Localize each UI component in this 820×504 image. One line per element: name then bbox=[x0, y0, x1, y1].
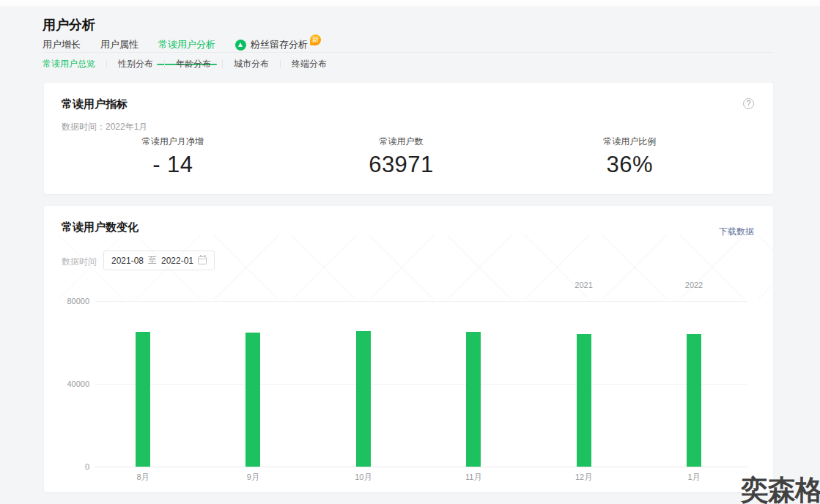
tab-label: 用户属性 bbox=[100, 38, 138, 51]
sub-tabs: 常读用户总览性别分布年龄分布城市分布终端分布 bbox=[43, 58, 327, 70]
subtab-divider bbox=[280, 60, 281, 68]
tab-2[interactable]: 常读用户分析 bbox=[158, 38, 215, 53]
subtab-divider bbox=[222, 60, 223, 68]
x-axis-tick: 8月 bbox=[136, 472, 149, 483]
top-strip bbox=[0, 0, 820, 6]
metric-value: 36% bbox=[515, 152, 744, 178]
download-data-link[interactable]: 下载数据 bbox=[719, 226, 754, 238]
user-analysis-page: 用户分析 用户增长用户属性常读用户分析粉丝留存分析新 常读用户总览性别分布年龄分… bbox=[0, 0, 820, 504]
metrics-card-title: 常读用户指标 bbox=[62, 97, 128, 111]
subtab-divider bbox=[106, 60, 107, 68]
x-axis-tick: 10月 bbox=[355, 472, 372, 483]
metric-value: 63971 bbox=[287, 152, 516, 178]
tab-label: 常读用户分析 bbox=[158, 38, 215, 51]
metric-2: 常读用户比例36% bbox=[515, 136, 744, 178]
main-tabs: 用户增长用户属性常读用户分析粉丝留存分析新 bbox=[43, 38, 341, 53]
bar-1月[interactable] bbox=[687, 334, 701, 467]
metric-0: 常读用户月净增- 14 bbox=[59, 136, 287, 178]
gridline-40000 bbox=[95, 384, 747, 385]
tabs-divider bbox=[43, 52, 773, 53]
new-badge: 新 bbox=[310, 34, 321, 45]
bar-11月[interactable] bbox=[466, 332, 481, 467]
tab-label: 用户增长 bbox=[43, 38, 81, 51]
bar-9月[interactable] bbox=[245, 333, 260, 467]
metric-value: - 14 bbox=[59, 152, 287, 178]
bar-8月[interactable] bbox=[136, 332, 150, 467]
tab-label: 粉丝留存分析 bbox=[251, 38, 308, 51]
calendar-icon[interactable] bbox=[198, 256, 207, 264]
metric-1: 常读用户数63971 bbox=[287, 136, 516, 178]
year-marker-2021: 2021 bbox=[575, 281, 592, 289]
help-icon[interactable]: ? bbox=[743, 98, 754, 109]
tab-3[interactable]: 粉丝留存分析新 bbox=[235, 38, 321, 53]
year-marker-2022: 2022 bbox=[685, 281, 703, 289]
subtab-3[interactable]: 城市分布 bbox=[234, 58, 269, 70]
date-range-picker[interactable]: 2021-08 至 2022-01 bbox=[103, 251, 215, 270]
gridline-0 bbox=[95, 467, 747, 467]
subtab-1[interactable]: 性别分布 bbox=[118, 58, 153, 70]
subtab-2[interactable]: 年龄分布 bbox=[176, 58, 211, 70]
metric-label: 常读用户比例 bbox=[515, 136, 744, 148]
gridline-80000 bbox=[95, 301, 747, 302]
subtab-divider bbox=[164, 60, 165, 68]
date-range-end[interactable]: 2022-01 bbox=[161, 256, 193, 266]
x-axis-tick: 12月 bbox=[575, 472, 592, 483]
chart-card-title: 常读用户数变化 bbox=[62, 220, 138, 234]
subtab-4[interactable]: 终端分布 bbox=[292, 58, 327, 70]
metrics-data-time: 数据时间：2022年1月 bbox=[62, 121, 147, 133]
y-axis-tick: 80000 bbox=[44, 297, 89, 305]
y-axis-tick: 40000 bbox=[44, 379, 89, 388]
corner-watermark-text: 奕森格 bbox=[741, 472, 820, 504]
date-range-to-label: 至 bbox=[148, 254, 157, 267]
metric-label: 常读用户数 bbox=[287, 136, 516, 148]
bar-12月[interactable] bbox=[577, 334, 591, 467]
metrics-card: 常读用户指标 ? 数据时间：2022年1月 常读用户月净增- 14常读用户数63… bbox=[44, 83, 773, 194]
green-circle-icon bbox=[235, 40, 246, 51]
tab-1[interactable]: 用户属性 bbox=[100, 38, 138, 53]
tab-0[interactable]: 用户增长 bbox=[43, 38, 81, 53]
subtab-0[interactable]: 常读用户总览 bbox=[43, 58, 95, 70]
bar-10月[interactable] bbox=[356, 331, 371, 467]
chart-card: 常读用户数变化 下载数据 数据时间 2021-08 至 2022-01 2021… bbox=[44, 206, 773, 492]
x-axis-tick: 11月 bbox=[465, 472, 481, 483]
metric-label: 常读用户月净增 bbox=[59, 136, 287, 148]
x-axis-tick: 9月 bbox=[247, 472, 259, 483]
y-axis-tick: 0 bbox=[44, 462, 89, 471]
page-title: 用户分析 bbox=[43, 16, 95, 34]
chart-data-time-label: 数据时间 bbox=[62, 256, 97, 268]
date-range-start[interactable]: 2021-08 bbox=[111, 256, 144, 266]
metrics-row: 常读用户月净增- 14常读用户数63971常读用户比例36% bbox=[44, 136, 773, 178]
x-axis-tick: 1月 bbox=[687, 472, 700, 483]
